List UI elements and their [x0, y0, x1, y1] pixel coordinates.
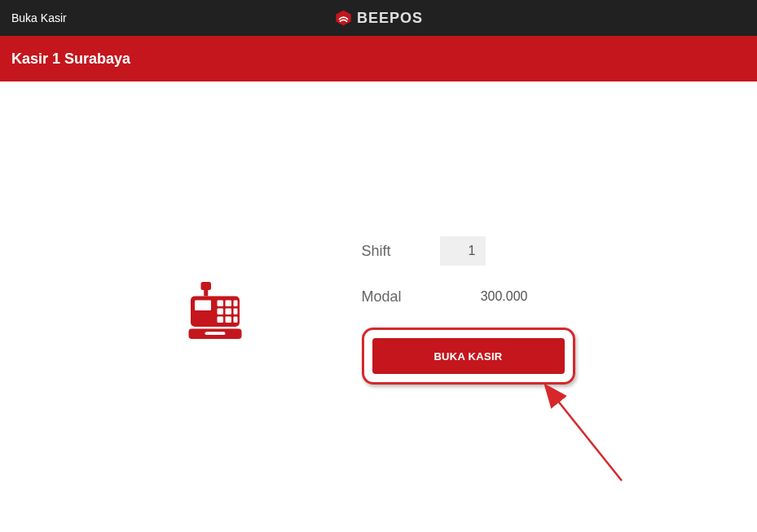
arrow-annotation-icon [544, 383, 642, 497]
svg-rect-11 [217, 317, 223, 323]
shift-label: Shift [362, 243, 411, 260]
svg-rect-8 [217, 309, 223, 315]
shift-value: 1 [440, 236, 486, 266]
svg-rect-10 [233, 309, 237, 315]
subheader: Kasir 1 Surabaya [0, 36, 757, 81]
svg-rect-12 [225, 317, 231, 323]
form-area: Shift 1 Modal BUKA KASIR [362, 236, 575, 385]
svg-line-17 [557, 399, 622, 481]
svg-rect-1 [200, 282, 211, 290]
svg-rect-6 [225, 301, 231, 307]
svg-rect-9 [225, 309, 231, 315]
brand-icon [334, 9, 352, 27]
content-row: Shift 1 Modal BUKA KASIR [183, 236, 575, 385]
topbar: Buka Kasir BEEPOS [0, 0, 757, 36]
svg-rect-2 [204, 290, 208, 297]
modal-input[interactable] [440, 282, 538, 311]
svg-marker-0 [336, 11, 350, 25]
modal-row: Modal [362, 282, 575, 311]
cash-register-icon [183, 278, 248, 343]
brand-logo: BEEPOS [334, 9, 423, 27]
main-content: Shift 1 Modal BUKA KASIR [0, 81, 757, 385]
svg-rect-5 [217, 301, 223, 307]
svg-rect-4 [195, 301, 211, 311]
svg-rect-13 [233, 317, 237, 323]
open-register-button[interactable]: BUKA KASIR [372, 338, 565, 374]
page-title: Buka Kasir [11, 11, 67, 24]
cashier-title: Kasir 1 Surabaya [11, 51, 130, 68]
button-highlight-annotation: BUKA KASIR [362, 328, 575, 385]
svg-rect-15 [205, 332, 225, 335]
shift-row: Shift 1 [362, 236, 575, 266]
brand-text: BEEPOS [357, 10, 423, 27]
modal-label: Modal [362, 288, 411, 306]
svg-rect-7 [233, 301, 237, 307]
